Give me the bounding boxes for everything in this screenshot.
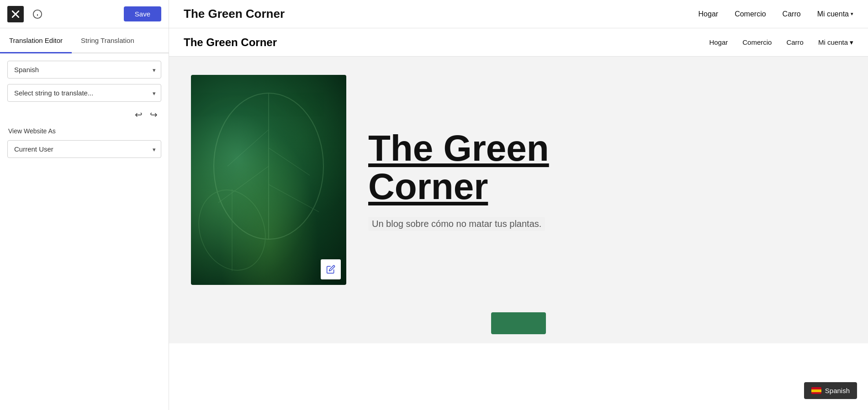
nav-account[interactable]: Mi cuenta ▾ xyxy=(817,10,853,18)
language-badge[interactable]: Spanish xyxy=(804,382,857,399)
language-badge-label: Spanish xyxy=(825,387,850,394)
preview-area: The Green Corner Hogar Comercio Carro Mi… xyxy=(169,28,868,410)
topbar-left: Save xyxy=(0,0,169,28)
svg-point-11 xyxy=(191,180,276,279)
hero-text: The Green Corner Un blog sobre cómo no m… xyxy=(368,129,846,231)
view-as-label: View Website As xyxy=(7,127,161,135)
spanish-flag-icon xyxy=(811,387,821,394)
svg-line-10 xyxy=(269,184,319,212)
language-select[interactable]: Spanish French German Italian xyxy=(7,61,161,79)
topbar-right: The Green Corner Hogar Comercio Carro Mi… xyxy=(169,7,868,21)
save-button[interactable]: Save xyxy=(124,6,161,21)
preview-nav-carro[interactable]: Carro xyxy=(786,38,804,47)
tab-string-translation[interactable]: String Translation xyxy=(72,28,143,53)
view-as-select[interactable]: Current User Visitor Admin xyxy=(7,140,161,158)
preview-inner: The Green Corner Hogar Comercio Carro Mi… xyxy=(169,28,868,410)
hero-heading-line2: Corner xyxy=(368,166,488,207)
cta-section xyxy=(169,303,868,343)
language-select-wrapper: Spanish French German Italian ▾ xyxy=(7,61,161,79)
hero-image-container xyxy=(191,75,346,285)
sidebar-tabs: Translation Editor String Translation xyxy=(0,28,169,53)
pencil-icon xyxy=(326,265,335,274)
preview-nav-hogar[interactable]: Hogar xyxy=(709,38,728,47)
preview-nav-account[interactable]: Mi cuenta ▾ xyxy=(818,38,853,47)
info-button[interactable] xyxy=(29,6,46,22)
site-nav-links: Hogar Comercio Carro Mi cuenta ▾ xyxy=(709,38,853,47)
nav-hogar[interactable]: Hogar xyxy=(699,10,719,18)
hero-heading: The Green Corner xyxy=(368,129,846,206)
hero-heading-line1: The Green xyxy=(368,128,549,168)
svg-line-7 xyxy=(228,130,269,166)
nav-comercio[interactable]: Comercio xyxy=(735,10,766,18)
string-select[interactable]: Select string to translate... xyxy=(7,84,161,102)
edit-image-button[interactable] xyxy=(321,259,341,279)
hero-subtitle[interactable]: Un blog sobre cómo no matar tus plantas. xyxy=(368,217,545,231)
close-button[interactable] xyxy=(7,6,24,22)
sidebar: Translation Editor String Translation Sp… xyxy=(0,28,169,410)
close-icon xyxy=(12,11,19,18)
site-nav: The Green Corner Hogar Comercio Carro Mi… xyxy=(169,28,868,57)
undo-button[interactable]: ↩ xyxy=(133,107,144,122)
nav-carro[interactable]: Carro xyxy=(783,10,801,18)
chevron-down-icon: ▾ xyxy=(851,11,853,17)
preview-nav-comercio[interactable]: Comercio xyxy=(742,38,772,47)
view-as-select-wrapper: Current User Visitor Admin ▾ xyxy=(7,140,161,158)
sidebar-content: Spanish French German Italian ▾ Select s… xyxy=(0,53,169,165)
hero-section: The Green Corner Un blog sobre cómo no m… xyxy=(169,57,868,303)
svg-line-9 xyxy=(218,166,269,203)
chevron-down-icon: ▾ xyxy=(850,38,853,47)
tab-translation-editor[interactable]: Translation Editor xyxy=(0,28,72,53)
undo-redo-controls: ↩ ↪ xyxy=(7,107,161,122)
string-select-wrapper: Select string to translate... ▾ xyxy=(7,84,161,102)
svg-line-8 xyxy=(269,148,310,175)
nav-links: Hogar Comercio Carro Mi cuenta ▾ xyxy=(699,10,853,18)
main: Translation Editor String Translation Sp… xyxy=(0,28,868,410)
leaf-decoration xyxy=(191,75,346,285)
preview-site-title: The Green Corner xyxy=(184,36,709,49)
info-icon xyxy=(32,9,42,19)
cta-button[interactable] xyxy=(491,312,546,334)
redo-button[interactable]: ↪ xyxy=(148,107,159,122)
site-title: The Green Corner xyxy=(184,7,285,21)
topbar: Save The Green Corner Hogar Comercio Car… xyxy=(0,0,868,28)
